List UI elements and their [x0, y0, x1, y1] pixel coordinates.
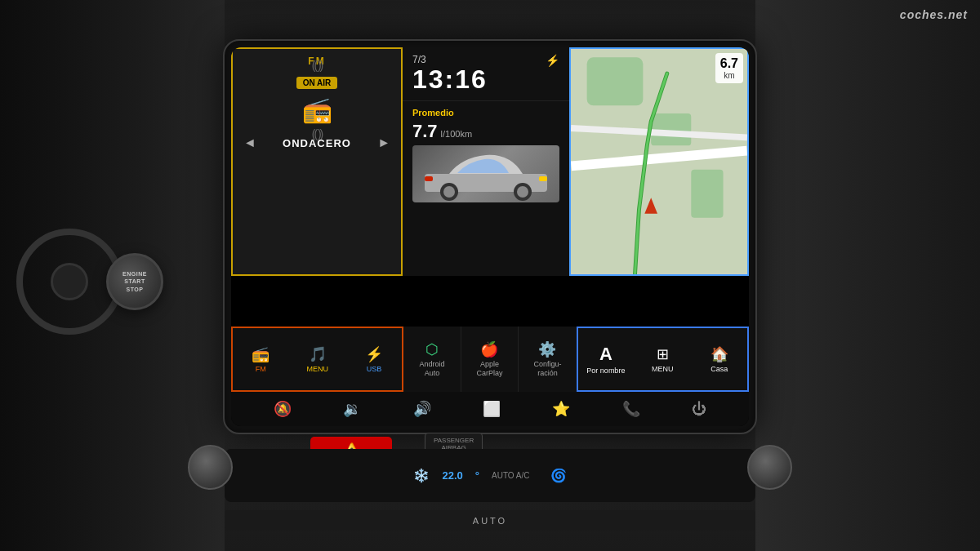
menu-icon: 🎵 [309, 345, 327, 363]
map-distance-unit: km [720, 71, 738, 80]
svg-rect-6 [425, 176, 433, 181]
start-stop-label: ENGINESTARTSTOP [122, 270, 147, 292]
watermark: coches.net [900, 8, 968, 21]
bluetooth-icon: ⚡ [546, 54, 559, 67]
radio-waves-top: (( )) [312, 59, 323, 72]
menu-label: MENU [306, 365, 328, 374]
map-distance-display: 6.7 km [715, 53, 743, 83]
screen: FM (( )) ON AIR 📻 (( )) ◄ OND [231, 47, 749, 426]
nav-home-icon: 🏠 [710, 345, 728, 363]
car-silhouette-svg [412, 145, 559, 202]
on-air-badge: ON AIR [296, 77, 338, 89]
station-name: ONDACERO [283, 137, 351, 149]
clock-area: 7/3 13:16 ⚡ [403, 47, 569, 101]
vol-up-button[interactable]: 🔊 [407, 397, 438, 421]
nav-menu-button[interactable]: ⊞ MENU [634, 327, 691, 392]
usb-icon: ⚡ [365, 345, 383, 363]
nav-home-label: Casa [710, 365, 728, 374]
fan-icon: 🌀 [550, 468, 567, 483]
temp-display: 22.0 [442, 469, 462, 482]
celsius-symbol: ° [475, 469, 479, 482]
phone-button[interactable]: 📞 [616, 397, 647, 421]
svg-rect-11 [691, 170, 723, 218]
favorite-button[interactable]: ⭐ [546, 397, 577, 421]
android-auto-button[interactable]: ⬡ AndroidAuto [403, 327, 461, 392]
widget-center: 7/3 13:16 ⚡ Promedio 7.7 l/100km [403, 47, 569, 276]
fm-icon: 📻 [252, 345, 270, 363]
consumption-unit: l/100km [441, 129, 473, 139]
time-display: 13:16 [412, 65, 488, 94]
svg-point-2 [443, 186, 455, 198]
screen-top-row: FM (( )) ON AIR 📻 (( )) ◄ OND [231, 47, 749, 276]
next-station-button[interactable]: ► [377, 136, 390, 150]
config-label: Configu-ración [533, 360, 561, 378]
widget-map: 6.7 km [569, 47, 749, 276]
radio-icon-area: (( )) ON AIR 📻 (( )) [284, 75, 350, 124]
screen-button[interactable]: ⬜ [476, 397, 507, 421]
car-image [412, 145, 559, 202]
radio-symbol: 📻 [302, 96, 332, 124]
usb-label: USB [367, 365, 382, 374]
ac-icon: ❄️ [413, 468, 430, 483]
bottom-strip: AUTO [225, 510, 755, 531]
widget-fm: FM (( )) ON AIR 📻 (( )) ◄ OND [231, 47, 403, 276]
config-button[interactable]: ⚙️ Configu-ración [519, 327, 576, 392]
apple-carplay-button[interactable]: 🍎 AppleCarPlay [461, 327, 519, 392]
promedio-label: Promedio [412, 108, 559, 118]
auto-label: AUTO [473, 516, 507, 526]
climate-mode-label: AUTO A/C [492, 471, 530, 480]
svg-rect-5 [539, 176, 547, 181]
start-stop-button[interactable]: ENGINESTARTSTOP [106, 253, 163, 310]
fm-label: FM [256, 365, 266, 374]
buttons-row: 📻 FM 🎵 MENU ⚡ USB ⬡ AndroidAuto 🍎 AppleC… [231, 327, 749, 392]
nav-name-button[interactable]: A Por nombre [577, 327, 634, 392]
screen-bezel: FM (( )) ON AIR 📻 (( )) ◄ OND [225, 41, 755, 433]
usb-button[interactable]: ⚡ USB [346, 327, 403, 392]
nav-name-label: Por nombre [586, 367, 625, 375]
car-info-area: Promedio 7.7 l/100km [403, 101, 569, 276]
date-display: 7/3 [412, 54, 488, 65]
nav-name-icon: A [599, 344, 612, 365]
android-label: AndroidAuto [420, 360, 445, 378]
climate-panel: ❄️ 22.0 ° AUTO A/C 🌀 [225, 449, 755, 502]
svg-point-4 [517, 186, 528, 198]
nav-home-button[interactable]: 🏠 Casa [692, 327, 749, 392]
fm-button[interactable]: 📻 FM [231, 327, 288, 392]
menu-button[interactable]: 🎵 MENU [288, 327, 345, 392]
android-icon: ⬡ [425, 340, 439, 358]
bell-button[interactable]: 🔕 [267, 397, 298, 421]
nav-menu-label: MENU [652, 365, 674, 374]
apple-icon: 🍎 [480, 340, 498, 358]
power-button[interactable]: ⏻ [685, 398, 713, 421]
nav-menu-icon: ⊞ [657, 345, 669, 363]
apple-label: AppleCarPlay [476, 360, 502, 378]
prev-station-button[interactable]: ◄ [243, 136, 256, 150]
consumption-value: 7.7 [412, 121, 438, 142]
map-distance-km: 6.7 [720, 56, 738, 71]
vol-down-button[interactable]: 🔉 [336, 397, 368, 421]
left-climate-knob[interactable] [188, 445, 233, 490]
config-icon: ⚙️ [538, 340, 556, 358]
station-nav: ◄ ONDACERO ► [237, 132, 397, 153]
svg-rect-9 [587, 57, 644, 105]
function-bar: 🔕 🔉 🔊 ⬜ ⭐ 📞 ⏻ [231, 392, 749, 426]
right-climate-knob[interactable] [747, 445, 792, 490]
